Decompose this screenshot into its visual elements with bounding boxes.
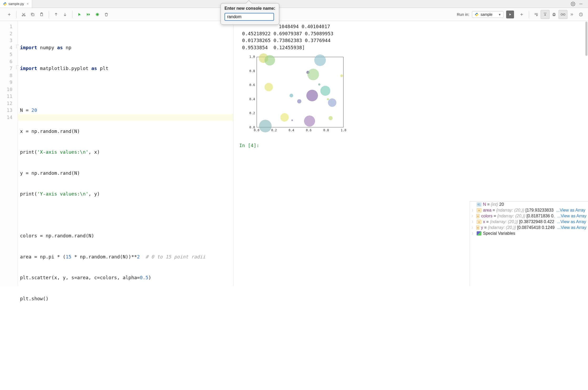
special-variables-label: Special Variables — [483, 231, 515, 236]
editor-tab-label: sample.py — [8, 2, 24, 6]
variable-row[interactable]: 〉 ≡ area = {ndarray: (20,)} [179.9323383… — [470, 207, 588, 213]
array-icon: ≡ — [476, 214, 480, 218]
svg-point-12 — [561, 13, 563, 15]
paste-button[interactable] — [37, 10, 46, 19]
array-icon: ≡ — [476, 226, 479, 230]
view-as-array-link[interactable]: ...View as Array — [556, 208, 585, 213]
print-button[interactable] — [550, 10, 559, 19]
variable-row[interactable]: 〉 ≡ colors = {ndarray: (20,)} [0.8187183… — [470, 213, 588, 219]
move-up-button[interactable] — [52, 10, 61, 19]
svg-text:I: I — [80, 14, 81, 16]
console-line: 0.45218922 0.69079387 0.75089953 — [239, 30, 585, 37]
editor-tab[interactable]: sample.py × — [0, 0, 32, 8]
expand-icon[interactable]: 〉 — [471, 226, 475, 230]
console-line: 0.9533854 0.12455938] — [239, 44, 585, 51]
debug-button[interactable] — [93, 10, 102, 19]
variable-row[interactable]: 〉 Special Variables — [470, 231, 588, 236]
svg-rect-1 — [579, 4, 582, 4]
runin-label: Run in: — [457, 12, 469, 17]
int-icon: 01 — [477, 202, 481, 207]
expand-icon[interactable]: 〉 — [471, 220, 475, 224]
delete-button[interactable] — [102, 10, 111, 19]
rename-console-popup: Enter new console name: — [221, 3, 279, 25]
go-to-console-button[interactable] — [506, 11, 514, 18]
toggle-soft-wrap-button[interactable] — [532, 10, 541, 19]
settings-gear-icon[interactable] — [571, 2, 575, 6]
code-editor[interactable]: import numpy as np import matplotlib.pyp… — [18, 21, 233, 286]
chevron-down-icon: ▾ — [499, 12, 501, 17]
variables-pane: 01 N = {int} 20 〉 ≡ area = {ndarray: (20… — [470, 201, 588, 286]
svg-rect-10 — [553, 13, 555, 14]
scroll-to-end-button[interactable] — [541, 10, 550, 19]
popup-label: Enter new console name: — [225, 6, 275, 11]
run-all-button[interactable] — [84, 10, 93, 19]
svg-point-0 — [572, 3, 574, 4]
variable-row[interactable]: 01 N = {int} 20 — [470, 202, 588, 207]
link-button[interactable] — [559, 10, 567, 19]
view-as-array-link[interactable]: ...View as Array — [557, 214, 586, 218]
toolbar: I Run in: sample ▾ — [0, 8, 588, 21]
editor-pane: 1234567891011121314 import numpy as np i… — [0, 21, 233, 286]
python-icon — [475, 13, 479, 16]
console-prompt[interactable]: In [4]: — [239, 142, 585, 149]
scrollbar[interactable] — [585, 22, 587, 56]
add-cell-button[interactable] — [5, 10, 14, 19]
special-vars-icon — [477, 231, 481, 236]
line-number-gutter: 1234567891011121314 — [0, 21, 18, 286]
matplotlib-plot: 0.00.20.40.60.81.00.00.20.40.60.81.0 — [247, 55, 345, 137]
expand-icon[interactable]: 〉 — [471, 231, 475, 236]
view-as-array-link[interactable]: ...View as Array — [557, 225, 586, 230]
tabs-bar: sample.py × — [0, 0, 588, 8]
cut-button[interactable] — [19, 10, 28, 19]
variable-row[interactable]: 〉 ≡ x = {ndarray: (20,)} [0.38732948 0.4… — [470, 219, 588, 225]
fast-forward-button[interactable] — [567, 10, 576, 19]
runin-select[interactable]: sample ▾ — [472, 11, 504, 18]
close-icon[interactable]: × — [27, 2, 29, 6]
console-name-input[interactable] — [225, 13, 274, 21]
expand-icon[interactable]: 〉 — [471, 208, 475, 213]
minimize-icon[interactable] — [579, 2, 583, 6]
console-line: 1048494 0.40104017 — [239, 23, 585, 30]
variable-row[interactable]: 〉 ≡ y = {ndarray: (20,)} [0.08745418 0.1… — [470, 225, 588, 231]
svg-rect-4 — [32, 14, 34, 16]
expand-icon[interactable]: 〉 — [471, 214, 475, 218]
console-pane: 1048494 0.40104017 0.45218922 0.69079387… — [233, 21, 588, 286]
history-button[interactable] — [576, 10, 585, 19]
svg-point-13 — [563, 13, 565, 15]
array-icon: ≡ — [477, 220, 481, 224]
console-line: 0.01738265 0.73862383 0.3776944 — [239, 37, 585, 44]
new-console-button[interactable] — [517, 10, 526, 19]
copy-button[interactable] — [28, 10, 37, 19]
move-down-button[interactable] — [61, 10, 69, 19]
view-as-array-link[interactable]: ...View as Array — [557, 219, 586, 224]
runin-value: sample — [481, 12, 492, 17]
run-cell-button[interactable]: I — [75, 10, 84, 19]
array-icon: ≡ — [477, 208, 481, 212]
python-file-icon — [3, 2, 7, 6]
